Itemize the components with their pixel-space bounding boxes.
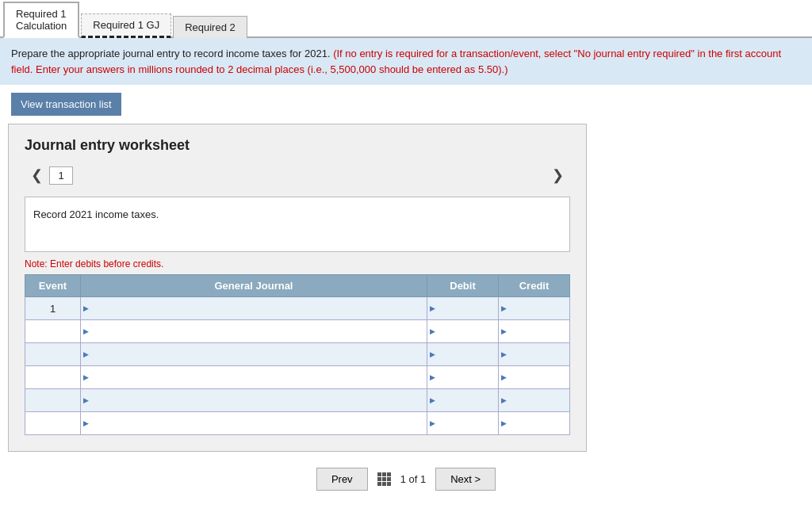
table-row-event-3 [25,366,81,389]
view-transaction-button[interactable]: View transaction list [11,93,121,116]
table-row-gj-3[interactable] [81,366,427,389]
credit-input-5[interactable] [509,412,569,434]
table-row-credit-5[interactable] [499,412,570,435]
table-row-debit-1[interactable] [427,320,499,343]
debit-input-1[interactable] [438,320,498,342]
debit-input-4[interactable] [438,389,498,411]
credit-input-1[interactable] [509,320,569,342]
credit-input-0[interactable] [509,297,569,319]
table-row-event-4 [25,389,81,412]
table-row-gj-1[interactable] [81,320,427,343]
table-row-event-5 [25,412,81,435]
pagination-row: ❮ 1 ❯ [25,165,570,185]
tab-required1-calculation[interactable]: Required 1Calculation [3,2,79,38]
col-header-debit: Debit [427,275,499,297]
table-row-credit-4[interactable] [499,389,570,412]
credit-input-4[interactable] [509,389,569,411]
credit-input-2[interactable] [509,343,569,365]
grid-icon [377,472,391,486]
description-box: Record 2021 income taxes. [25,197,570,252]
tab-bar: Required 1Calculation Required 1 GJ Requ… [0,0,812,38]
table-row-gj-5[interactable] [81,412,427,435]
debit-input-0[interactable] [438,297,498,319]
journal-table: Event General Journal Debit Credit 1 [25,274,570,435]
instruction-main: Prepare the appropriate journal entry to… [11,48,331,59]
worksheet-title: Journal entry worksheet [25,137,570,154]
tab-label: Required 1 GJ [93,19,159,31]
table-row-debit-2[interactable] [427,343,499,366]
table-row-debit-3[interactable] [427,366,499,389]
gj-input-4[interactable] [91,389,427,411]
table-row-event-1 [25,320,81,343]
gj-input-5[interactable] [91,412,427,434]
bottom-nav: Prev 1 of 1 Next > [0,460,812,499]
debit-input-2[interactable] [438,343,498,365]
table-row-gj-0[interactable] [81,297,427,320]
table-row-event-2 [25,343,81,366]
next-page-arrow[interactable]: ❯ [546,165,570,185]
table-row-credit-1[interactable] [499,320,570,343]
debit-input-3[interactable] [438,366,498,388]
note-text: Note: Enter debits before credits. [25,258,570,269]
instruction-area: Prepare the appropriate journal entry to… [0,38,812,85]
gj-input-0[interactable] [91,297,427,319]
table-row-gj-2[interactable] [81,343,427,366]
credit-input-3[interactable] [509,366,569,388]
tab-label: Required 1Calculation [16,8,67,32]
next-button[interactable]: Next > [435,468,496,491]
debit-input-5[interactable] [438,412,498,434]
table-row-debit-5[interactable] [427,412,499,435]
table-row-event-0: 1 [25,297,81,320]
prev-page-arrow[interactable]: ❮ [25,165,49,185]
table-row-credit-3[interactable] [499,366,570,389]
prev-button[interactable]: Prev [316,468,368,491]
col-header-gj: General Journal [81,275,427,297]
gj-input-1[interactable] [91,320,427,342]
gj-input-2[interactable] [91,343,427,365]
table-row-credit-0[interactable] [499,297,570,320]
table-row-gj-4[interactable] [81,389,427,412]
col-header-credit: Credit [499,275,570,297]
page-indicator: 1 of 1 [400,473,427,485]
table-row-credit-2[interactable] [499,343,570,366]
tab-required2[interactable]: Required 2 [173,16,247,38]
tab-required1-gj[interactable]: Required 1 GJ [81,13,171,38]
col-header-event: Event [25,275,81,297]
gj-input-3[interactable] [91,366,427,388]
worksheet-container: Journal entry worksheet ❮ 1 ❯ Record 202… [8,124,587,452]
table-row-debit-0[interactable] [427,297,499,320]
description-text: Record 2021 income taxes. [33,208,159,220]
table-row-debit-4[interactable] [427,389,499,412]
tab-label: Required 2 [185,21,236,33]
page-number: 1 [49,166,73,185]
